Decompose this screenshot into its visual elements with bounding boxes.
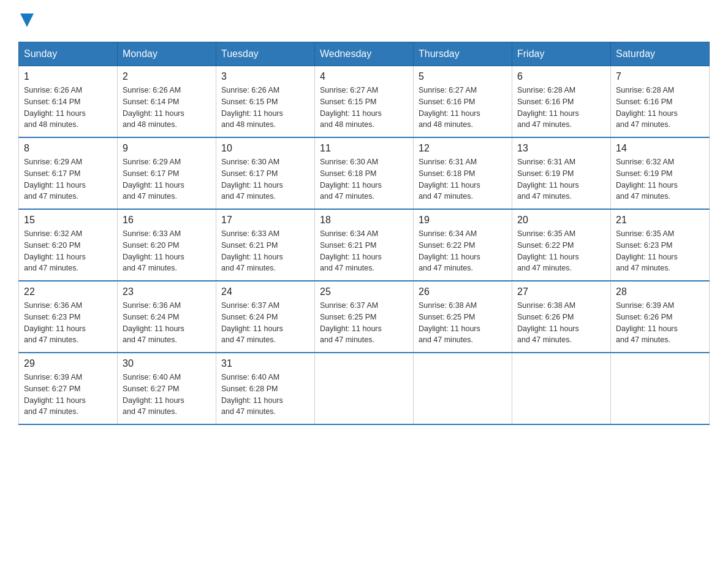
calendar-cell xyxy=(611,353,710,424)
header-thursday: Thursday xyxy=(414,42,512,66)
calendar-week-row: 29 Sunrise: 6:39 AMSunset: 6:27 PMDaylig… xyxy=(19,353,710,424)
day-info: Sunrise: 6:31 AMSunset: 6:19 PMDaylight:… xyxy=(517,156,605,202)
logo xyxy=(18,12,34,29)
day-number: 16 xyxy=(123,215,211,226)
page-header xyxy=(18,12,710,29)
calendar-cell: 21 Sunrise: 6:35 AMSunset: 6:23 PMDaylig… xyxy=(611,209,710,281)
day-number: 9 xyxy=(123,143,211,154)
calendar-cell: 23 Sunrise: 6:36 AMSunset: 6:24 PMDaylig… xyxy=(118,281,216,353)
day-info: Sunrise: 6:30 AMSunset: 6:18 PMDaylight:… xyxy=(320,156,408,202)
svg-marker-0 xyxy=(20,13,34,27)
day-info: Sunrise: 6:33 AMSunset: 6:20 PMDaylight:… xyxy=(123,228,211,274)
calendar-cell: 30 Sunrise: 6:40 AMSunset: 6:27 PMDaylig… xyxy=(118,353,216,424)
calendar-cell: 9 Sunrise: 6:29 AMSunset: 6:17 PMDayligh… xyxy=(118,137,216,209)
day-info: Sunrise: 6:38 AMSunset: 6:25 PMDaylight:… xyxy=(419,300,507,346)
day-info: Sunrise: 6:34 AMSunset: 6:21 PMDaylight:… xyxy=(320,228,408,274)
day-info: Sunrise: 6:26 AMSunset: 6:14 PMDaylight:… xyxy=(123,85,211,131)
calendar-cell: 26 Sunrise: 6:38 AMSunset: 6:25 PMDaylig… xyxy=(414,281,512,353)
calendar-week-row: 8 Sunrise: 6:29 AMSunset: 6:17 PMDayligh… xyxy=(19,137,710,209)
day-number: 14 xyxy=(616,143,704,154)
calendar-cell: 17 Sunrise: 6:33 AMSunset: 6:21 PMDaylig… xyxy=(216,209,315,281)
day-number: 7 xyxy=(616,71,704,82)
day-info: Sunrise: 6:33 AMSunset: 6:21 PMDaylight:… xyxy=(221,228,309,274)
day-info: Sunrise: 6:28 AMSunset: 6:16 PMDaylight:… xyxy=(517,85,605,131)
day-number: 6 xyxy=(517,71,605,82)
day-info: Sunrise: 6:28 AMSunset: 6:16 PMDaylight:… xyxy=(616,85,704,131)
day-number: 19 xyxy=(419,215,507,226)
header-tuesday: Tuesday xyxy=(216,42,315,66)
day-number: 22 xyxy=(24,286,112,297)
day-info: Sunrise: 6:29 AMSunset: 6:17 PMDaylight:… xyxy=(123,156,211,202)
day-number: 8 xyxy=(24,143,112,154)
calendar-cell: 16 Sunrise: 6:33 AMSunset: 6:20 PMDaylig… xyxy=(118,209,216,281)
day-info: Sunrise: 6:27 AMSunset: 6:16 PMDaylight:… xyxy=(419,85,507,131)
calendar-week-row: 1 Sunrise: 6:26 AMSunset: 6:14 PMDayligh… xyxy=(19,66,710,138)
day-number: 20 xyxy=(517,215,605,226)
day-info: Sunrise: 6:37 AMSunset: 6:24 PMDaylight:… xyxy=(221,300,309,346)
header-monday: Monday xyxy=(118,42,216,66)
day-number: 11 xyxy=(320,143,408,154)
day-info: Sunrise: 6:26 AMSunset: 6:14 PMDaylight:… xyxy=(24,85,112,131)
day-info: Sunrise: 6:26 AMSunset: 6:15 PMDaylight:… xyxy=(221,85,309,131)
header-sunday: Sunday xyxy=(19,42,118,66)
day-number: 24 xyxy=(221,286,309,297)
calendar-table: SundayMondayTuesdayWednesdayThursdayFrid… xyxy=(18,42,710,425)
calendar-week-row: 15 Sunrise: 6:32 AMSunset: 6:20 PMDaylig… xyxy=(19,209,710,281)
calendar-cell: 20 Sunrise: 6:35 AMSunset: 6:22 PMDaylig… xyxy=(512,209,611,281)
calendar-cell: 10 Sunrise: 6:30 AMSunset: 6:17 PMDaylig… xyxy=(216,137,315,209)
day-number: 28 xyxy=(616,286,704,297)
day-number: 4 xyxy=(320,71,408,82)
day-number: 21 xyxy=(616,215,704,226)
day-number: 2 xyxy=(123,71,211,82)
day-info: Sunrise: 6:32 AMSunset: 6:19 PMDaylight:… xyxy=(616,156,704,202)
day-info: Sunrise: 6:38 AMSunset: 6:26 PMDaylight:… xyxy=(517,300,605,346)
calendar-cell: 29 Sunrise: 6:39 AMSunset: 6:27 PMDaylig… xyxy=(19,353,118,424)
day-info: Sunrise: 6:40 AMSunset: 6:28 PMDaylight:… xyxy=(221,372,309,418)
day-info: Sunrise: 6:35 AMSunset: 6:22 PMDaylight:… xyxy=(517,228,605,274)
calendar-cell: 24 Sunrise: 6:37 AMSunset: 6:24 PMDaylig… xyxy=(216,281,315,353)
day-number: 26 xyxy=(419,286,507,297)
calendar-cell: 7 Sunrise: 6:28 AMSunset: 6:16 PMDayligh… xyxy=(611,66,710,138)
calendar-cell: 4 Sunrise: 6:27 AMSunset: 6:15 PMDayligh… xyxy=(315,66,414,138)
day-info: Sunrise: 6:36 AMSunset: 6:23 PMDaylight:… xyxy=(24,300,112,346)
calendar-cell xyxy=(512,353,611,424)
day-number: 25 xyxy=(320,286,408,297)
calendar-cell: 6 Sunrise: 6:28 AMSunset: 6:16 PMDayligh… xyxy=(512,66,611,138)
day-number: 17 xyxy=(221,215,309,226)
day-info: Sunrise: 6:40 AMSunset: 6:27 PMDaylight:… xyxy=(123,372,211,418)
calendar-cell: 8 Sunrise: 6:29 AMSunset: 6:17 PMDayligh… xyxy=(19,137,118,209)
calendar-header-row: SundayMondayTuesdayWednesdayThursdayFrid… xyxy=(19,42,710,66)
day-number: 30 xyxy=(123,358,211,369)
day-info: Sunrise: 6:32 AMSunset: 6:20 PMDaylight:… xyxy=(24,228,112,274)
calendar-cell: 13 Sunrise: 6:31 AMSunset: 6:19 PMDaylig… xyxy=(512,137,611,209)
day-info: Sunrise: 6:39 AMSunset: 6:26 PMDaylight:… xyxy=(616,300,704,346)
calendar-week-row: 22 Sunrise: 6:36 AMSunset: 6:23 PMDaylig… xyxy=(19,281,710,353)
day-info: Sunrise: 6:36 AMSunset: 6:24 PMDaylight:… xyxy=(123,300,211,346)
day-number: 23 xyxy=(123,286,211,297)
day-info: Sunrise: 6:30 AMSunset: 6:17 PMDaylight:… xyxy=(221,156,309,202)
day-number: 27 xyxy=(517,286,605,297)
calendar-cell: 14 Sunrise: 6:32 AMSunset: 6:19 PMDaylig… xyxy=(611,137,710,209)
calendar-cell: 15 Sunrise: 6:32 AMSunset: 6:20 PMDaylig… xyxy=(19,209,118,281)
calendar-cell: 28 Sunrise: 6:39 AMSunset: 6:26 PMDaylig… xyxy=(611,281,710,353)
calendar-cell: 27 Sunrise: 6:38 AMSunset: 6:26 PMDaylig… xyxy=(512,281,611,353)
day-number: 29 xyxy=(24,358,112,369)
calendar-cell: 19 Sunrise: 6:34 AMSunset: 6:22 PMDaylig… xyxy=(414,209,512,281)
header-wednesday: Wednesday xyxy=(315,42,414,66)
day-info: Sunrise: 6:34 AMSunset: 6:22 PMDaylight:… xyxy=(419,228,507,274)
calendar-cell: 31 Sunrise: 6:40 AMSunset: 6:28 PMDaylig… xyxy=(216,353,315,424)
day-number: 3 xyxy=(221,71,309,82)
day-number: 1 xyxy=(24,71,112,82)
calendar-cell: 22 Sunrise: 6:36 AMSunset: 6:23 PMDaylig… xyxy=(19,281,118,353)
day-number: 12 xyxy=(419,143,507,154)
day-number: 15 xyxy=(24,215,112,226)
day-number: 31 xyxy=(221,358,309,369)
calendar-cell: 12 Sunrise: 6:31 AMSunset: 6:18 PMDaylig… xyxy=(414,137,512,209)
day-number: 13 xyxy=(517,143,605,154)
day-number: 18 xyxy=(320,215,408,226)
day-number: 10 xyxy=(221,143,309,154)
day-info: Sunrise: 6:29 AMSunset: 6:17 PMDaylight:… xyxy=(24,156,112,202)
day-number: 5 xyxy=(419,71,507,82)
calendar-cell xyxy=(414,353,512,424)
day-info: Sunrise: 6:39 AMSunset: 6:27 PMDaylight:… xyxy=(24,372,112,418)
